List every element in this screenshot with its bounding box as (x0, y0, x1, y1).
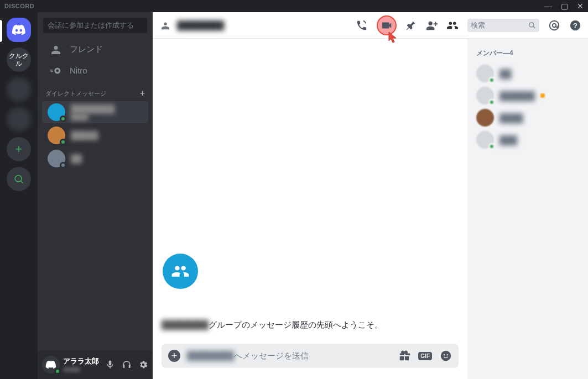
home-button[interactable] (7, 18, 31, 42)
status-dot-icon (54, 368, 61, 375)
user-info[interactable]: アララ太郎 #0000 (63, 356, 102, 373)
gift-icon (398, 350, 410, 362)
start-video-call-button[interactable] (377, 15, 397, 35)
discord-logo-icon (12, 24, 26, 35)
dm-name: ████████ (71, 104, 115, 113)
add-server-button[interactable]: + (7, 137, 31, 161)
svg-line-1 (20, 181, 23, 183)
member-name: ███ (499, 135, 517, 145)
member-list: メンバー—4 ██ ██████ ████ ███ (467, 39, 588, 379)
dm-sidebar: 会話に参加または作成する フレンド Nitro ダイレクトメッセージ + ███… (38, 12, 153, 379)
quick-switcher-placeholder: 会話に参加または作成する (48, 20, 134, 30)
channel-header: ████████ 検索 ? (153, 12, 588, 39)
badge-icon (540, 93, 545, 98)
server-rail: クルクル + (0, 12, 38, 379)
dm-item[interactable]: ████████ ████ (42, 101, 148, 123)
nitro-icon (50, 66, 62, 75)
member-name: ████ (499, 113, 523, 123)
attach-button[interactable]: + (168, 350, 180, 362)
status-dot-icon (60, 139, 66, 145)
pin-icon (405, 20, 417, 31)
phone-icon (356, 19, 368, 31)
minimize-button[interactable]: — (544, 2, 552, 10)
member-avatar (476, 87, 494, 104)
user-avatar[interactable] (42, 356, 60, 373)
chat-area: ████████グループのメッセージ履歴の先頭へようこそ。 + ████████… (153, 39, 467, 379)
user-tag: #0000 (63, 366, 102, 373)
mute-button[interactable] (105, 360, 115, 370)
gif-button[interactable]: GIF (418, 352, 432, 360)
close-button[interactable]: ✕ (577, 2, 584, 10)
member-item[interactable]: ██ (473, 62, 582, 85)
svg-point-9 (553, 23, 556, 27)
server-selection-pill (0, 20, 2, 42)
friends-icon (50, 45, 62, 54)
member-list-button[interactable] (446, 19, 459, 31)
dm-item[interactable]: █████ (42, 124, 148, 146)
search-input[interactable]: 検索 (467, 19, 539, 32)
dm-name: ██ (71, 154, 82, 163)
member-avatar (476, 109, 494, 127)
svg-line-7 (533, 26, 535, 28)
server-item[interactable] (7, 77, 31, 102)
search-placeholder: 検索 (471, 20, 485, 30)
friends-nav[interactable]: フレンド (42, 40, 148, 59)
status-dot-icon (488, 99, 495, 106)
pinned-messages-button[interactable] (405, 20, 417, 31)
nitro-label: Nitro (70, 66, 87, 75)
member-item[interactable]: ███ (473, 129, 582, 151)
video-icon (381, 19, 393, 31)
dm-avatar (48, 127, 65, 144)
member-item[interactable]: ██████ (473, 85, 582, 107)
header-toolbar: 検索 ? (356, 15, 581, 35)
status-dot-icon (60, 115, 66, 122)
cursor-annotation-icon (388, 31, 399, 44)
dm-item[interactable]: ██ (42, 148, 148, 170)
inbox-button[interactable] (548, 19, 560, 31)
maximize-button[interactable]: ▢ (561, 2, 568, 10)
mention-icon (548, 19, 560, 31)
member-avatar (476, 131, 494, 149)
gear-icon (138, 360, 148, 370)
user-plus-icon (425, 19, 438, 31)
nitro-nav[interactable]: Nitro (42, 61, 148, 80)
server-item[interactable]: クルクル (7, 48, 31, 72)
emoji-button[interactable] (440, 350, 452, 362)
deafen-button[interactable] (122, 360, 132, 370)
app-logo: DISCORD (4, 3, 34, 9)
group-avatar (163, 254, 198, 289)
group-icon (171, 264, 190, 279)
settings-button[interactable] (138, 360, 148, 370)
create-dm-button[interactable]: + (140, 88, 145, 98)
quick-switcher[interactable]: 会話に参加または作成する (43, 18, 147, 33)
status-dot-icon (60, 162, 66, 169)
status-dot-icon (488, 143, 495, 150)
svg-point-3 (56, 69, 59, 72)
headphones-icon (122, 360, 132, 370)
channel-title: ████████ (177, 20, 224, 30)
user-name: アララ太郎 (63, 356, 102, 366)
user-panel: アララ太郎 #0000 (38, 350, 153, 379)
dm-section-header: ダイレクトメッセージ + (38, 81, 153, 101)
mic-icon (105, 360, 115, 370)
svg-point-6 (529, 22, 534, 27)
gift-button[interactable] (398, 350, 410, 362)
window-controls: — ▢ ✕ (544, 2, 584, 10)
emoji-icon (440, 350, 452, 362)
member-avatar (476, 65, 494, 82)
chat-body: ████████グループのメッセージ履歴の先頭へようこそ。 (153, 39, 467, 344)
start-voice-call-button[interactable] (356, 19, 368, 31)
server-item[interactable] (7, 107, 31, 131)
dm-name: █████ (71, 131, 98, 140)
dm-avatar (48, 103, 65, 121)
main-column: ████████ 検索 ? (153, 12, 588, 379)
member-item[interactable]: ████ (473, 107, 582, 129)
svg-point-13 (444, 354, 445, 355)
status-dot-icon (488, 77, 495, 83)
explore-button[interactable] (7, 167, 31, 191)
add-friends-button[interactable] (425, 19, 438, 31)
help-button[interactable]: ? (569, 19, 581, 31)
svg-rect-5 (51, 71, 53, 71)
member-name: ██ (499, 69, 511, 78)
message-input[interactable]: + ████████へメッセージを送信 GIF (162, 344, 459, 368)
